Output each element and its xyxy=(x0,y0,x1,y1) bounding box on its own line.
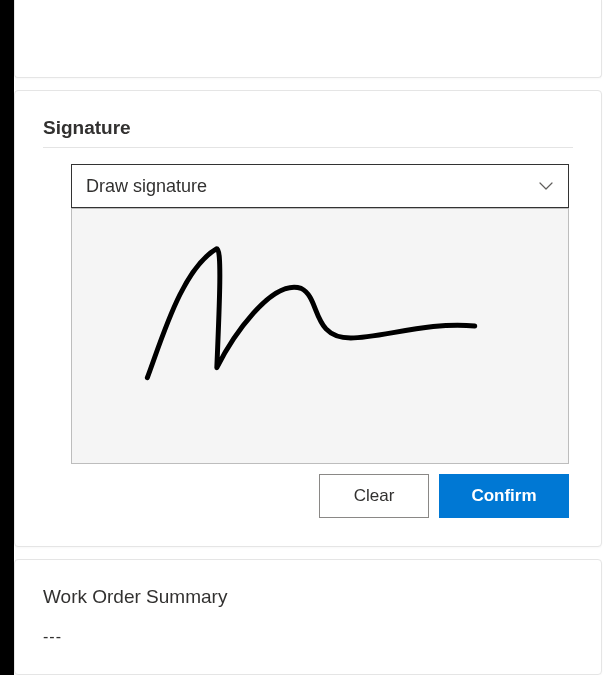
divider xyxy=(43,147,573,148)
previous-card-bottom xyxy=(14,0,602,78)
dropdown-label: Draw signature xyxy=(86,176,207,197)
summary-title: Work Order Summary xyxy=(43,586,573,608)
confirm-button[interactable]: Confirm xyxy=(439,474,569,518)
chevron-down-icon xyxy=(538,178,554,194)
signature-mode-dropdown[interactable]: Draw signature xyxy=(71,164,569,208)
signature-button-row: Clear Confirm xyxy=(71,474,569,518)
signature-card: Signature Draw signature Clear Confirm xyxy=(14,90,602,547)
signature-title: Signature xyxy=(43,117,573,139)
clear-button[interactable]: Clear xyxy=(319,474,429,518)
left-border xyxy=(0,0,14,675)
work-order-summary-card: Work Order Summary --- xyxy=(14,559,602,675)
signature-drawing xyxy=(72,209,568,463)
signature-canvas[interactable] xyxy=(71,208,569,464)
summary-placeholder: --- xyxy=(43,628,573,646)
